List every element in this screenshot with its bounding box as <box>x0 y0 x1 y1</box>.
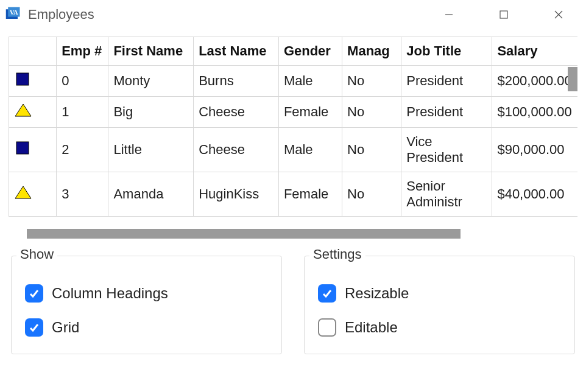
cell-first: Big <box>108 97 194 128</box>
checkbox-label: Grid <box>52 319 79 336</box>
editable-checkbox[interactable]: Editable <box>318 318 561 337</box>
cell-manager: No <box>342 97 401 128</box>
settings-legend: Settings <box>309 247 365 262</box>
horizontal-scrollbar[interactable] <box>27 229 461 239</box>
row-icon <box>9 97 57 128</box>
cell-salary: $200,000.00 <box>492 66 577 97</box>
cell-jobtitle: Senior Administr <box>401 172 492 217</box>
svg-marker-10 <box>15 186 31 198</box>
cell-gender: Male <box>278 66 342 97</box>
cell-salary: $40,000.00 <box>492 172 577 217</box>
table-row[interactable]: 3AmandaHuginKissFemaleNoSenior Administr… <box>9 172 578 217</box>
grid-checkbox[interactable]: Grid <box>25 318 268 337</box>
checkbox-icon <box>318 284 336 303</box>
cell-manager: No <box>342 66 401 97</box>
show-group: Show Column Headings Grid <box>11 256 282 354</box>
cell-salary: $90,000.00 <box>492 128 577 172</box>
vertical-scrollbar[interactable] <box>568 67 577 91</box>
show-legend: Show <box>16 247 57 262</box>
cell-gender: Female <box>278 97 342 128</box>
checkbox-label: Column Headings <box>52 285 168 302</box>
checkbox-icon <box>318 318 336 337</box>
employees-table[interactable]: Emp # First Name Last Name Gender Manag … <box>9 37 577 217</box>
cell-emp: 0 <box>57 66 108 97</box>
titlebar: VA Employees <box>0 0 586 29</box>
cell-last: Cheese <box>194 97 279 128</box>
table-row[interactable]: 1BigCheeseFemaleNoPresident$100,000.0055 <box>9 97 578 128</box>
cell-emp: 3 <box>57 172 108 217</box>
col-jobtitle[interactable]: Job Title <box>401 37 492 66</box>
col-icon[interactable] <box>9 37 57 66</box>
checkbox-icon <box>25 318 43 337</box>
svg-marker-8 <box>15 104 31 116</box>
col-last[interactable]: Last Name <box>194 37 279 66</box>
cell-jobtitle: President <box>401 97 492 128</box>
employees-table-viewport: Emp # First Name Last Name Gender Manag … <box>9 37 577 225</box>
app-icon: VA <box>5 6 22 23</box>
cell-gender: Male <box>278 128 342 172</box>
settings-group: Settings Resizable Editable <box>304 256 575 354</box>
cell-emp: 2 <box>57 128 108 172</box>
checkbox-label: Resizable <box>345 285 409 302</box>
col-manager[interactable]: Manag <box>342 37 401 66</box>
cell-last: Burns <box>194 66 279 97</box>
column-headings-checkbox[interactable]: Column Headings <box>25 284 268 303</box>
col-first[interactable]: First Name <box>108 37 194 66</box>
checkbox-label: Editable <box>345 319 398 336</box>
col-emp[interactable]: Emp # <box>57 37 108 66</box>
cell-last: Cheese <box>194 128 279 172</box>
cell-emp: 1 <box>57 97 108 128</box>
maximize-button[interactable] <box>476 0 531 29</box>
cell-first: Amanda <box>108 172 194 217</box>
cell-manager: No <box>342 128 401 172</box>
header-row: Emp # First Name Last Name Gender Manag … <box>9 37 578 66</box>
table-row[interactable]: 0MontyBurnsMaleNoPresident$200,000.0055 <box>9 66 578 97</box>
svg-rect-4 <box>500 11 507 18</box>
cell-manager: No <box>342 172 401 217</box>
cell-last: HuginKiss <box>194 172 279 217</box>
cell-jobtitle: Vice President <box>401 128 492 172</box>
cell-jobtitle: President <box>401 66 492 97</box>
window-title: Employees <box>28 7 94 23</box>
cell-gender: Female <box>278 172 342 217</box>
close-button[interactable] <box>531 0 586 29</box>
row-icon <box>9 128 57 172</box>
checkbox-icon <box>25 284 43 303</box>
cell-first: Monty <box>108 66 194 97</box>
resizable-checkbox[interactable]: Resizable <box>318 284 561 303</box>
col-gender[interactable]: Gender <box>278 37 342 66</box>
svg-text:VA: VA <box>10 9 18 16</box>
cell-salary: $100,000.00 <box>492 97 577 128</box>
col-salary[interactable]: Salary <box>492 37 577 66</box>
svg-rect-7 <box>16 73 29 85</box>
cell-first: Little <box>108 128 194 172</box>
row-icon <box>9 172 57 217</box>
svg-rect-9 <box>16 142 29 154</box>
table-row[interactable]: 2LittleCheeseMaleNoVice President$90,000… <box>9 128 578 172</box>
row-icon <box>9 66 57 97</box>
minimize-button[interactable] <box>422 0 476 29</box>
